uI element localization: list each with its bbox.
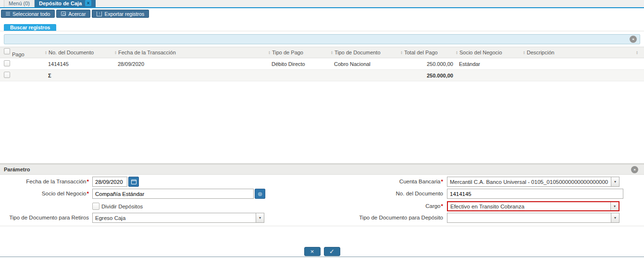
withdrawal-doc-type-label: Tipo de Documento para Retiros (0, 213, 89, 223)
list-icon (6, 12, 10, 13)
tab-menu[interactable]: Menú (0) (4, 0, 35, 7)
calendar-button[interactable] (128, 177, 139, 187)
row-checkbox[interactable] (4, 60, 10, 66)
bank-account-value: Mercantil C.A. Banco Universal - 0105_01… (447, 179, 611, 185)
split-deposits-label: Dividir Depósitos (101, 204, 143, 209)
export-label: Exportar registros (104, 11, 144, 17)
tab-deposito-label: Depósito de Caja (39, 0, 82, 6)
deposit-doc-type-combo[interactable]: ▾ (447, 213, 619, 223)
split-deposits-checkbox[interactable] (92, 203, 99, 210)
dropdown-arrow-icon[interactable]: ▾ (256, 213, 264, 222)
cell-payment-type: Débito Directo (267, 61, 329, 67)
doc-no-input[interactable] (447, 189, 623, 199)
column-doc-type: ▲▼ Tipo de Documento (329, 50, 399, 55)
withdrawal-doc-type-combo[interactable]: Egreso Caja ▾ (92, 213, 264, 223)
partner-input[interactable] (92, 189, 254, 199)
toolbar: Seleccionar todo Acercar ↑ Exportar regi… (1, 10, 149, 18)
collapse-panel-icon[interactable]: × (631, 166, 638, 173)
trx-date-input[interactable] (92, 177, 127, 187)
search-input[interactable] (4, 35, 640, 44)
withdrawal-doc-type-value: Egreso Caja (93, 215, 256, 221)
calendar-icon (131, 180, 136, 184)
results-grid: Pago ▲▼ No. del Documento ▲▼ Fecha de la… (0, 47, 644, 81)
search-tab-label: Buscar registros (10, 25, 50, 30)
dropdown-arrow-icon[interactable]: ▾ (611, 177, 619, 186)
parameter-panel: Parámetro × Fecha de la Transacción* Cue… (0, 163, 644, 226)
tab-buscar-registros[interactable]: Buscar registros (4, 24, 56, 31)
tab-menu-label: Menú (0) (9, 0, 30, 6)
column-trx-date: ▲▼ Fecha de la Transacción (113, 50, 267, 55)
column-pago-label: Pago (12, 52, 25, 57)
zoom-label: Acercar (68, 11, 86, 17)
clear-search-icon[interactable]: × (630, 36, 637, 43)
export-records-button[interactable]: ↑ Exportar registros (92, 10, 149, 18)
search-tab-divider (0, 31, 644, 31)
search-box: × (4, 34, 640, 44)
sort-icon[interactable]: ▲▼ (268, 51, 271, 54)
bank-account-label: Cuenta Bancaria* (269, 177, 443, 187)
zoom-button[interactable]: Acercar (56, 10, 90, 18)
sort-icon[interactable]: ▲▼ (45, 51, 47, 54)
dropdown-arrow-icon[interactable]: ▾ (611, 213, 619, 222)
parameter-title: Parámetro (4, 167, 30, 172)
charge-value: Efectivo en Transito Cobranza (448, 204, 610, 209)
dropdown-arrow-icon[interactable]: ▾ (610, 202, 619, 210)
charge-label: Cargo* (269, 201, 443, 211)
summary-total: 250.000,00 (399, 73, 454, 78)
ok-check-icon: ✓ (329, 247, 334, 256)
column-pago: Pago (0, 47, 43, 58)
cell-trx-date: 28/09/2020 (113, 61, 267, 67)
trx-date-label: Fecha de la Transacción* (0, 177, 89, 187)
select-all-button[interactable]: Seleccionar todo (1, 10, 55, 18)
bottom-divider (0, 257, 644, 257)
grid-header-row: Pago ▲▼ No. del Documento ▲▼ Fecha de la… (0, 47, 644, 58)
window-tabbar: Menú (0) Depósito de Caja × (0, 0, 644, 8)
select-all-label: Seleccionar todo (12, 11, 50, 17)
doc-no-label: No. del Documento (269, 189, 443, 199)
column-total: ▲▼ Total del Pago (399, 50, 454, 55)
deposito-de-caja-window: Menú (0) Depósito de Caja × Seleccionar … (0, 0, 644, 258)
sort-icon[interactable]: ▲▼ (331, 51, 333, 54)
cell-partner: Estándar (454, 61, 521, 67)
zoom-window-icon (61, 12, 66, 16)
cell-doc-no: 1414145 (43, 61, 113, 67)
cell-total: 250.000,00 (399, 61, 454, 67)
partner-record-button[interactable]: ◎ (255, 189, 265, 199)
cancel-button[interactable]: × (304, 247, 321, 256)
ok-button[interactable]: ✓ (324, 247, 340, 256)
sort-icon[interactable]: ▲▼ (523, 51, 525, 54)
column-extra: ▲▼ (634, 51, 644, 54)
sort-icon[interactable]: ▲▼ (114, 51, 117, 54)
record-icon: ◎ (258, 192, 262, 196)
parameter-panel-body: Fecha de la Transacción* Cuenta Bancaria… (0, 175, 644, 226)
column-payment-type: ▲▼ Tipo de Pago (267, 50, 329, 55)
summary-sigma: Σ (43, 73, 113, 78)
select-all-checkbox[interactable] (4, 48, 10, 54)
summary-row: Σ 250.000,00 (0, 70, 644, 81)
sort-icon[interactable]: ▲▼ (456, 51, 458, 54)
table-row[interactable]: 1414145 28/09/2020 Débito Directo Cobro … (0, 58, 644, 70)
sort-icon[interactable]: ▲▼ (400, 51, 403, 54)
cell-doc-type: Cobro Nacional (329, 61, 399, 67)
charge-combo[interactable]: Efectivo en Transito Cobranza ▾ (447, 201, 619, 211)
sort-icon[interactable]: ▲▼ (636, 51, 638, 54)
column-doc-no: ▲▼ No. del Documento (43, 50, 113, 55)
column-partner: ▲▼ Socio del Negocio (454, 50, 521, 55)
bank-account-combo[interactable]: Mercantil C.A. Banco Universal - 0105_01… (447, 177, 619, 187)
export-icon: ↑ (97, 12, 102, 16)
parameter-panel-header: Parámetro × (0, 165, 644, 175)
tab-deposito-de-caja[interactable]: Depósito de Caja × (35, 0, 96, 7)
close-tab-icon[interactable]: × (85, 0, 91, 6)
deposit-doc-type-label: Tipo de Documento para Depósito (269, 213, 443, 223)
cancel-x-icon: × (310, 247, 314, 256)
column-description: ▲▼ Descripción (521, 50, 634, 55)
partner-label: Socio del Negocio* (0, 189, 89, 199)
confirm-bar: × ✓ (0, 247, 644, 256)
summary-row-checkbox[interactable] (4, 72, 10, 78)
